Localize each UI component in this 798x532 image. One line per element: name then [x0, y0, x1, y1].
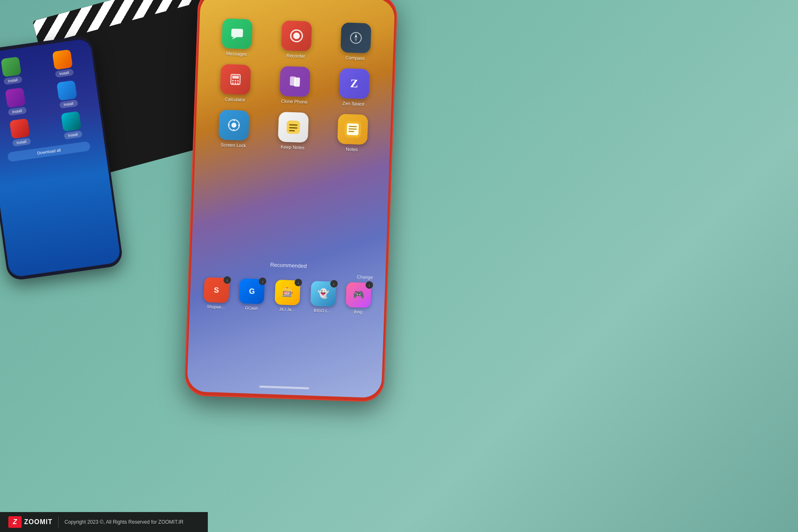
rec-shopee[interactable]: S ↓ Shopee... [199, 277, 234, 310]
zenspace-icon: Z [339, 68, 369, 99]
recommended-row: S ↓ Shopee... G ↓ GCash [198, 277, 377, 315]
footer-copyright: Copyright 2023 ©, All Rights Reserved fo… [64, 519, 183, 525]
app-recorder[interactable]: Recorder [273, 20, 320, 59]
gcash-label: GCash [245, 305, 258, 310]
svg-rect-31 [348, 131, 354, 132]
svg-point-13 [235, 82, 236, 84]
svg-point-4 [350, 32, 362, 44]
clonephone-icon [279, 66, 310, 97]
svg-rect-0 [232, 29, 244, 37]
recommended-section: Recommended Change S ↓ Shopee... G ↓ [198, 259, 377, 315]
shopee-icon: S ↓ [204, 277, 229, 303]
rec-gcash[interactable]: G ↓ GCash [235, 278, 269, 311]
bing-label: Bing [354, 309, 362, 314]
svg-point-10 [235, 80, 236, 81]
app-clonephone[interactable]: Clone Phone [271, 66, 318, 105]
shopee-download-badge: ↓ [223, 276, 231, 284]
calculator-icon [220, 64, 251, 95]
app-grid: Messages Recorder [203, 18, 386, 161]
notes-label: Notes [346, 147, 358, 152]
svg-marker-5 [355, 34, 357, 38]
svg-point-14 [237, 82, 239, 84]
app-row-3: Screen Lock Keep Notes [204, 109, 383, 153]
svg-marker-6 [355, 38, 357, 42]
svg-rect-26 [289, 130, 295, 131]
compass-icon [340, 22, 371, 53]
footer: Z ZOOMIT Copyright 2023 ©, All Rights Re… [0, 512, 208, 532]
screenlock-icon [219, 110, 249, 140]
messages-icon [222, 18, 253, 49]
shopee-label: Shopee... [207, 304, 225, 309]
app-keepnotes[interactable]: Keep Notes [270, 111, 317, 150]
svg-point-12 [232, 82, 234, 84]
jili-download-badge: ↓ [294, 278, 302, 286]
svg-point-11 [237, 80, 239, 81]
phone-body: Messages Recorder [184, 0, 398, 402]
svg-rect-8 [232, 76, 239, 79]
footer-divider [58, 516, 59, 528]
recorder-label: Recorder [286, 53, 305, 59]
jili-label: JILI Ja... [279, 307, 295, 312]
messages-label: Messages [226, 51, 247, 57]
app-screenlock[interactable]: Screen Lock [210, 109, 257, 148]
zoomit-z-icon: Z [8, 516, 22, 528]
home-indicator [259, 386, 309, 389]
svg-point-9 [232, 80, 234, 81]
bigo-icon: 👻 ↓ [310, 281, 336, 307]
app-row-2: Calculator Clone Phone Z [205, 64, 384, 107]
app-zenspace[interactable]: Z Zen Space [330, 68, 377, 107]
gcash-icon: G ↓ [239, 278, 265, 304]
rec-jili[interactable]: 🎰 ↓ JILI Ja... [270, 279, 305, 312]
app-calculator[interactable]: Calculator [212, 64, 259, 103]
compass-label: Compass [345, 55, 365, 61]
jili-icon: 🎰 ↓ [275, 280, 300, 305]
zoomit-logo: Z ZOOMIT [8, 516, 52, 528]
app-row-1: Messages Recorder [207, 18, 386, 62]
svg-marker-1 [232, 37, 237, 39]
bigo-label: BIGO L... [314, 308, 331, 313]
clonephone-label: Clone Phone [281, 99, 308, 104]
zoomit-brand-text: ZOOMIT [24, 518, 52, 526]
svg-point-18 [232, 123, 236, 128]
bing-download-badge: ↓ [365, 281, 373, 289]
zenspace-label: Zen Space [342, 101, 365, 106]
rec-bigo[interactable]: 👻 ↓ BIGO L... [306, 281, 340, 313]
app-messages[interactable]: Messages [214, 18, 261, 57]
bigo-download-badge: ↓ [330, 280, 338, 288]
screenlock-label: Screen Lock [221, 142, 246, 148]
notes-icon [337, 114, 368, 145]
keepnotes-icon [278, 112, 308, 143]
svg-point-3 [293, 32, 300, 39]
keepnotes-label: Keep Notes [281, 144, 305, 150]
calculator-label: Calculator [224, 96, 245, 102]
phone-screen: Messages Recorder [187, 0, 395, 398]
rec-bing[interactable]: 🎮 ↓ Bing [341, 282, 376, 315]
main-phone: Messages Recorder [184, 0, 398, 402]
gcash-download-badge: ↓ [259, 277, 267, 285]
svg-rect-16 [294, 77, 300, 86]
bing-icon: 🎮 ↓ [346, 282, 372, 308]
recorder-icon [281, 20, 312, 51]
app-notes[interactable]: Notes [329, 113, 376, 153]
app-compass[interactable]: Compass [332, 22, 379, 61]
